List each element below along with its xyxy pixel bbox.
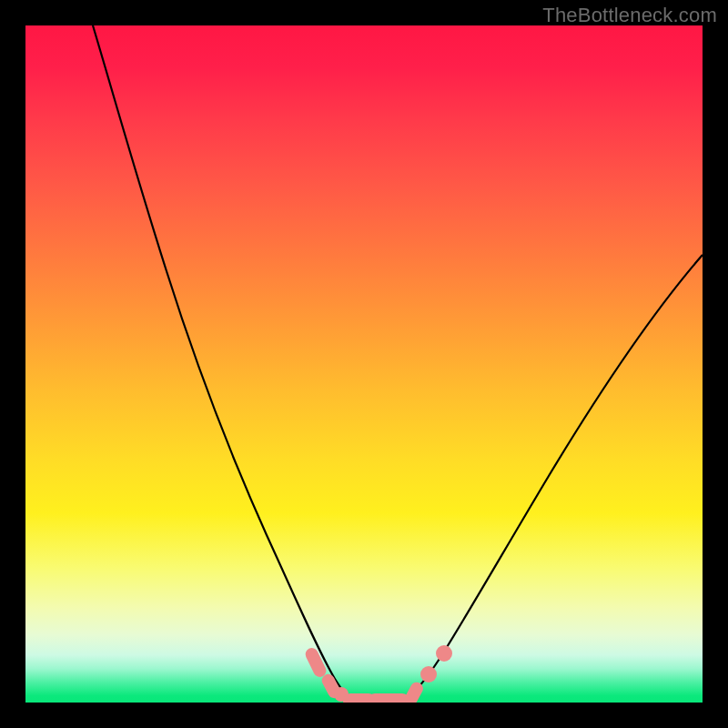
curve-right-branch [400,255,703,702]
svg-rect-0 [303,646,328,680]
svg-rect-4 [368,693,410,703]
curves-svg [25,25,703,703]
svg-point-7 [436,645,452,662]
watermark-text: TheBottleneck.com [542,4,717,27]
plot-area [25,25,703,703]
curve-left-branch [93,25,353,702]
markers-group [303,645,452,703]
svg-point-6 [420,666,437,682]
chart-frame: TheBottleneck.com [0,0,728,728]
